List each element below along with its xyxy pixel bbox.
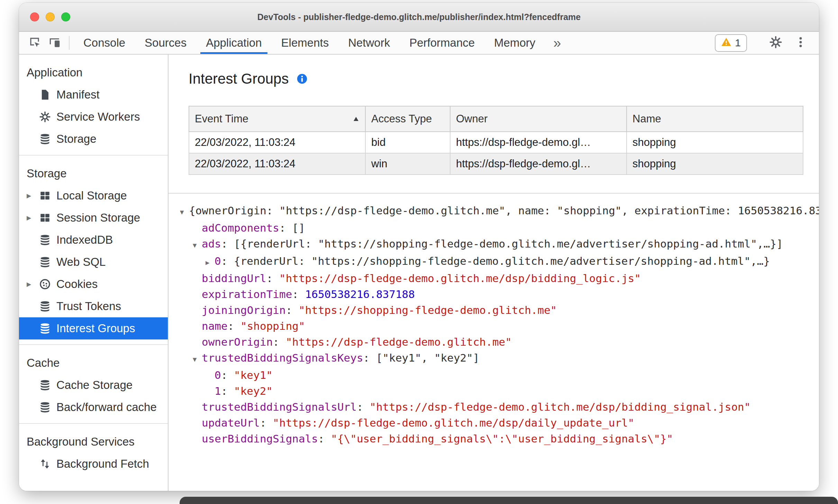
sidebar-item-back-forward-cache[interactable]: Back/forward cache (19, 396, 168, 418)
sidebar-item-label: IndexedDB (56, 233, 113, 246)
expand-right-icon[interactable]: ▶ (27, 214, 38, 222)
gear-icon (769, 36, 782, 50)
cell-owner: https://dsp-fledge-demo.gl… (450, 153, 627, 175)
close-button[interactable] (30, 12, 39, 21)
column-header-name[interactable]: Name (627, 106, 803, 132)
table-row[interactable]: 22/03/2022, 11:03:24winhttps://dsp-fledg… (189, 153, 803, 175)
warning-badge[interactable]: 1 (715, 34, 747, 52)
tree-line: expirationTime: 1650538216.837188 (180, 286, 819, 302)
toolbar-divider (69, 36, 70, 50)
tree-token-key: updateUrl (202, 417, 260, 429)
tree-token-string: "https://dsp-fledge-demo.glitch.me" (286, 336, 512, 348)
tree-line: ▼ads: [{renderUrl: "https://shopping-fle… (180, 236, 819, 253)
tree-token-key: trustedBiddingSignalsKeys (202, 352, 363, 364)
sidebar-item-cookies[interactable]: ▶Cookies (19, 273, 168, 295)
tree-line: biddingUrl: "https://dsp-fledge-demo.gli… (180, 270, 819, 286)
sidebar-section-header-cache: Cache (19, 352, 168, 374)
interest-groups-table: Event TimeAccess TypeOwnerName 22/03/202… (189, 106, 803, 175)
tree-line: ▼trustedBiddingSignalsKeys: ["key1", "ke… (180, 350, 819, 367)
tree-token-key: 1 (215, 385, 221, 397)
sidebar-item-storage[interactable]: Storage (19, 128, 168, 150)
sidebar-item-label: Web SQL (56, 255, 106, 269)
tab-console[interactable]: Console (74, 32, 135, 54)
tree-token-plain: : [] (279, 222, 305, 234)
tab-sources[interactable]: Sources (135, 32, 196, 54)
tab-performance[interactable]: Performance (400, 32, 484, 54)
column-header-label: Owner (456, 113, 488, 125)
cell-owner: https://dsp-fledge-demo.gl… (450, 132, 627, 153)
info-icon[interactable] (296, 73, 308, 85)
expand-right-icon[interactable]: ▶ (27, 192, 38, 199)
minimize-button[interactable] (46, 12, 55, 21)
grid-body: 22/03/2022, 11:03:24bidhttps://dsp-fledg… (189, 132, 803, 175)
tree-token-number: 1650538216.837188 (305, 288, 415, 300)
sidebar-item-label: Storage (56, 132, 97, 146)
settings-gear-button[interactable] (766, 36, 786, 50)
panel-divider (168, 193, 819, 194)
application-panel: Interest Groups Event TimeAccess TypeOwn… (168, 55, 819, 491)
sidebar-item-indexeddb[interactable]: IndexedDB (19, 229, 168, 251)
expand-down-icon[interactable]: ▼ (193, 237, 202, 253)
column-header-owner[interactable]: Owner (450, 106, 627, 132)
cell-event-time: 22/03/2022, 11:03:24 (189, 132, 365, 153)
column-header-access-type[interactable]: Access Type (365, 106, 450, 132)
sidebar-item-label: Local Storage (56, 189, 127, 202)
table-row[interactable]: 22/03/2022, 11:03:24bidhttps://dsp-fledg… (189, 132, 803, 153)
kebab-menu-button[interactable] (791, 36, 811, 50)
tree-token-key: ownerOrigin (202, 336, 273, 348)
table-icon (38, 189, 52, 202)
tree-token-plain: : ["key1", "key2"] (363, 352, 480, 364)
column-header-event-time[interactable]: Event Time (189, 106, 365, 132)
updown-icon (38, 457, 52, 470)
sort-ascending-icon (352, 115, 360, 123)
sidebar-item-label: Interest Groups (56, 322, 135, 335)
sidebar-item-trust-tokens[interactable]: Trust Tokens (19, 295, 168, 317)
expand-down-icon[interactable]: ▼ (180, 204, 189, 220)
inspect-icon (28, 36, 41, 50)
tree-token-key: name (202, 320, 228, 332)
background-window-strip (180, 497, 838, 504)
sidebar-item-label: Session Storage (56, 211, 140, 224)
sidebar-item-session-storage[interactable]: ▶Session Storage (19, 207, 168, 229)
tab-memory[interactable]: Memory (484, 32, 545, 54)
sidebar-item-local-storage[interactable]: ▶Local Storage (19, 185, 168, 207)
device-toolbar-icon (48, 36, 61, 50)
devtools-toolbar: ConsoleSourcesApplicationElementsNetwork… (19, 32, 819, 55)
tree-line: ownerOrigin: "https://dsp-fledge-demo.gl… (180, 334, 819, 350)
sidebar-item-web-sql[interactable]: Web SQL (19, 251, 168, 273)
window-titlebar: DevTools - publisher-fledge-demo.glitch.… (19, 3, 819, 32)
cookie-icon (38, 278, 52, 291)
sidebar-item-cache-storage[interactable]: Cache Storage (19, 374, 168, 396)
database-icon (38, 401, 52, 414)
zoom-button[interactable] (61, 12, 70, 21)
tab-network[interactable]: Network (338, 32, 400, 54)
sidebar-item-manifest[interactable]: Manifest (19, 84, 168, 106)
inspect-element-button[interactable] (25, 32, 45, 54)
tree-token-key: trustedBiddingSignalsUrl (202, 401, 357, 413)
database-icon (38, 300, 52, 313)
column-header-label: Name (632, 113, 661, 125)
sidebar-item-background-fetch[interactable]: Background Fetch (19, 453, 168, 475)
tree-token-key: ads (202, 237, 221, 250)
tree-token-key: expirationTime (202, 288, 292, 300)
tree-token-string: "{\"user_bidding_signals\":\"user_biddin… (331, 432, 673, 445)
tree-token-string: "https://dsp-fledge-demo.glitch.me/dsp/b… (370, 401, 750, 413)
cell-access-type: bid (365, 132, 450, 153)
sidebar-item-label: Back/forward cache (56, 401, 157, 414)
panel-header: Interest Groups (189, 71, 819, 87)
cell-event-time: 22/03/2022, 11:03:24 (189, 153, 365, 175)
more-tabs-button[interactable]: » (545, 32, 569, 54)
expand-right-icon[interactable]: ▶ (206, 254, 215, 270)
document-icon (38, 88, 52, 101)
device-toolbar-button[interactable] (45, 32, 65, 54)
sidebar-section-background-services: Background ServicesBackground Fetch (19, 424, 168, 480)
sidebar-item-interest-groups[interactable]: Interest Groups (19, 317, 168, 339)
tab-application[interactable]: Application (196, 32, 271, 54)
tree-line: trustedBiddingSignalsUrl: "https://dsp-f… (180, 399, 819, 415)
tree-token-string: "key2" (234, 385, 273, 397)
expand-down-icon[interactable]: ▼ (193, 351, 202, 367)
expand-right-icon[interactable]: ▶ (27, 281, 38, 288)
sidebar-item-service-workers[interactable]: Service Workers (19, 106, 168, 128)
tab-elements[interactable]: Elements (272, 32, 339, 54)
column-header-label: Event Time (195, 113, 248, 125)
